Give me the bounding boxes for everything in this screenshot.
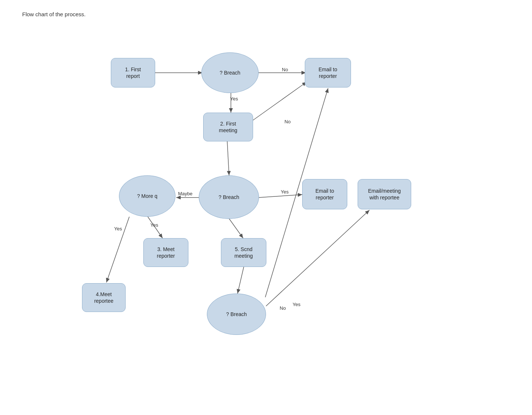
svg-line-11 bbox=[266, 210, 369, 306]
label-yes-left: Yes bbox=[114, 226, 122, 231]
node-breach2: ? Breach bbox=[199, 175, 259, 219]
node-breach3: ? Breach bbox=[207, 294, 266, 335]
node-scnd-meeting: 5. Scnd meeting bbox=[221, 238, 266, 267]
label-yes3: Yes bbox=[281, 189, 289, 195]
svg-line-9 bbox=[229, 219, 243, 238]
svg-line-10 bbox=[238, 267, 244, 294]
node-email-meeting-reportee: Email/meeting with reportee bbox=[358, 179, 411, 209]
flowchart: No Yes No Yes Maybe Yes Yes No Yes 1. Fi… bbox=[63, 25, 469, 415]
node-meet-reporter: 3. Meet reporter bbox=[143, 238, 188, 267]
node-breach1: ? Breach bbox=[201, 52, 259, 93]
node-first-meeting: 2. First meeting bbox=[203, 113, 253, 141]
node-email-reporter2: Email to reporter bbox=[302, 179, 347, 209]
svg-line-5 bbox=[259, 195, 302, 198]
node-more-q: ? More q bbox=[119, 175, 175, 217]
node-meet-reportee: 4.Meet reportee bbox=[82, 283, 126, 312]
label-yes6: Yes bbox=[293, 302, 300, 307]
label-no2: No bbox=[284, 119, 291, 124]
svg-line-4 bbox=[227, 141, 229, 175]
page: Flow chart of the process. bbox=[0, 0, 532, 415]
label-yes4: Yes bbox=[150, 222, 158, 228]
label-no1: No bbox=[282, 67, 288, 72]
label-no3: No bbox=[280, 305, 286, 311]
label-maybe: Maybe bbox=[178, 191, 192, 196]
page-title: Flow chart of the process. bbox=[22, 11, 510, 17]
node-email-reporter1: Email to reporter bbox=[305, 58, 351, 88]
svg-line-13 bbox=[251, 82, 307, 121]
node-first-report: 1. First report bbox=[111, 58, 155, 88]
label-yes1: Yes bbox=[230, 96, 238, 102]
